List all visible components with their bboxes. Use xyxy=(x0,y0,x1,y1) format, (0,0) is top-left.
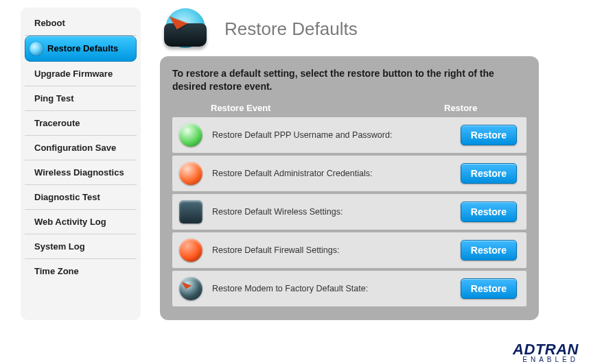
nav-time-zone[interactable]: Time Zone xyxy=(25,259,137,284)
nav-label: Restore Defaults xyxy=(47,43,118,54)
table-row: Restore Default PPP Username and Passwor… xyxy=(172,117,526,153)
table-row: Restore Default Wireless Settings: Resto… xyxy=(172,194,526,230)
table-header: Restore Event Restore xyxy=(172,100,526,117)
main-content: Restore Defaults To restore a default se… xyxy=(160,7,588,320)
brand-name: ADTRAN xyxy=(513,343,579,356)
nav-traceroute[interactable]: Traceroute xyxy=(25,111,137,136)
restore-panel: To restore a default setting, select the… xyxy=(160,56,539,320)
ppp-credentials-icon xyxy=(179,123,202,147)
admin-credentials-icon xyxy=(179,162,202,185)
nav-configuration-save[interactable]: Configuration Save xyxy=(25,136,137,160)
nav-restore-defaults[interactable]: Restore Defaults xyxy=(25,36,137,62)
restore-firewall-button[interactable]: Restore xyxy=(461,240,517,260)
page-header: Restore Defaults xyxy=(160,7,588,56)
col-header-restore: Restore xyxy=(444,103,520,113)
row-label: Restore Default PPP Username and Passwor… xyxy=(212,130,461,140)
row-label: Restore Default Wireless Settings: xyxy=(212,207,461,217)
table-row: Restore Modem to Factory Default State: … xyxy=(172,271,526,306)
nav-label: Diagnostic Test xyxy=(34,192,100,203)
restore-wireless-button[interactable]: Restore xyxy=(461,202,517,222)
brand-logo: ADTRAN ENABLED xyxy=(513,343,579,363)
nav-label: Web Activity Log xyxy=(34,217,106,228)
nav-label: System Log xyxy=(34,241,85,252)
nav-ping-test[interactable]: Ping Test xyxy=(25,86,137,111)
firewall-settings-icon xyxy=(179,239,202,262)
factory-default-icon xyxy=(179,277,202,300)
row-label: Restore Default Administrator Credential… xyxy=(212,169,461,178)
row-label: Restore Default Firewall Settings: xyxy=(212,245,461,255)
nav-label: Reboot xyxy=(34,18,65,29)
col-header-event: Restore Event xyxy=(211,103,444,113)
page-title: Restore Defaults xyxy=(224,19,358,40)
row-label: Restore Modem to Factory Default State: xyxy=(212,284,461,293)
restore-orb-icon xyxy=(30,42,43,56)
restore-ppp-button[interactable]: Restore xyxy=(461,125,517,145)
nav-label: Ping Test xyxy=(34,93,74,104)
nav-label: Upgrade Firmware xyxy=(34,69,113,80)
panel-instructions: To restore a default setting, select the… xyxy=(172,67,526,93)
wireless-settings-icon xyxy=(179,200,202,223)
nav-label: Traceroute xyxy=(34,118,80,129)
restore-factory-button[interactable]: Restore xyxy=(461,278,517,299)
table-row: Restore Default Firewall Settings: Resto… xyxy=(172,232,526,268)
nav-label: Wireless Diagnostics xyxy=(34,167,124,178)
nav-upgrade-firmware[interactable]: Upgrade Firmware xyxy=(25,62,137,86)
restore-defaults-icon xyxy=(160,8,211,49)
nav-label: Time Zone xyxy=(34,266,79,277)
nav-system-log[interactable]: System Log xyxy=(25,234,137,259)
restore-admin-button[interactable]: Restore xyxy=(461,163,517,184)
brand-tagline: ENABLED xyxy=(513,356,579,363)
table-row: Restore Default Administrator Credential… xyxy=(172,156,526,191)
nav-web-activity-log[interactable]: Web Activity Log xyxy=(25,210,137,234)
sidebar-nav: Reboot Restore Defaults Upgrade Firmware… xyxy=(21,7,141,320)
nav-diagnostic-test[interactable]: Diagnostic Test xyxy=(25,185,137,210)
nav-label: Configuration Save xyxy=(34,143,116,154)
nav-wireless-diagnostics[interactable]: Wireless Diagnostics xyxy=(25,160,137,185)
nav-reboot[interactable]: Reboot xyxy=(25,11,137,36)
